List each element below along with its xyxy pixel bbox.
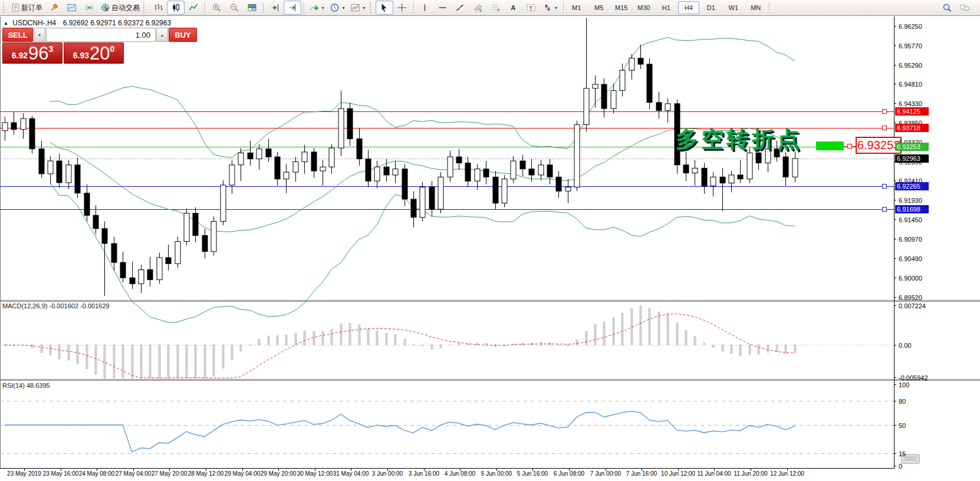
timeframe-button-h4[interactable]: H4 xyxy=(678,1,699,14)
templates-button[interactable]: ▼ xyxy=(348,1,369,15)
candle xyxy=(338,108,344,148)
auto-trading-button[interactable]: 自动交易 xyxy=(98,1,142,15)
expert-advisors-button[interactable] xyxy=(45,1,63,15)
chart-annotation-text[interactable]: 多空转折点 xyxy=(676,124,803,154)
macd-bar xyxy=(694,337,696,345)
candle xyxy=(248,153,253,159)
timeframe-button-h1[interactable]: H1 xyxy=(656,1,677,14)
toolbar-separator xyxy=(413,2,414,14)
signal-button[interactable] xyxy=(80,1,98,15)
buy-button[interactable]: BUY xyxy=(169,28,197,42)
candle xyxy=(520,161,525,169)
macd-bar xyxy=(540,342,542,345)
fibonacci-tool-button[interactable]: F xyxy=(487,1,505,15)
highlight-bar[interactable] xyxy=(816,141,844,150)
candle xyxy=(320,167,325,171)
chart-shift-button[interactable] xyxy=(284,1,301,15)
cursor-tool-button[interactable] xyxy=(376,1,393,15)
candle xyxy=(193,213,198,236)
sell-button[interactable]: SELL xyxy=(2,28,33,42)
candle xyxy=(720,177,725,183)
macd-bar xyxy=(367,329,369,345)
macd-bar xyxy=(295,333,297,345)
macd-bar xyxy=(322,331,324,345)
macd-bar xyxy=(603,322,605,345)
candle xyxy=(493,177,498,203)
zoom-in-button[interactable] xyxy=(208,1,225,15)
chart-canvas xyxy=(0,0,980,481)
candle xyxy=(366,159,371,182)
candle xyxy=(84,193,90,216)
toolbar-separator xyxy=(205,2,205,14)
timeframe-button-d1[interactable]: D1 xyxy=(701,1,722,14)
buy-price-sup: 0 xyxy=(110,44,114,54)
periods-button[interactable]: ▼ xyxy=(327,1,348,15)
volume-increase-button[interactable]: ▲ xyxy=(156,28,168,42)
timeframe-button-m5[interactable]: M5 xyxy=(588,1,610,14)
candlestick-mode-button[interactable] xyxy=(167,1,185,15)
timeframe-button-w1[interactable]: W1 xyxy=(723,1,744,14)
template-icon xyxy=(350,3,360,12)
indicators-button[interactable]: ▼ xyxy=(307,1,327,15)
search-button[interactable] xyxy=(938,1,956,15)
macd-bar xyxy=(222,345,224,368)
candle xyxy=(420,187,425,217)
macd-bar xyxy=(440,345,442,348)
candle xyxy=(57,161,62,183)
line-chart-mode-button[interactable] xyxy=(185,1,202,15)
macd-bar xyxy=(376,331,378,345)
candle xyxy=(11,123,17,130)
timeframe-button-m30[interactable]: M30 xyxy=(633,1,655,14)
timeframe-button-m1[interactable]: M1 xyxy=(566,1,587,14)
trendline-tool-button[interactable] xyxy=(452,1,469,15)
macd-bar xyxy=(77,345,78,364)
arrows-tool-button[interactable]: ▼ xyxy=(540,1,561,15)
candle xyxy=(647,64,652,103)
buy-price-display[interactable]: 6.93 20 0 xyxy=(64,42,124,64)
charts-window-button[interactable] xyxy=(63,1,80,15)
macd-bar xyxy=(177,345,179,378)
candle xyxy=(729,175,734,183)
cursor-icon xyxy=(379,3,389,12)
chart-shift-icon xyxy=(288,3,298,12)
macd-bar xyxy=(277,336,278,345)
volume-decrease-button[interactable]: ▼ xyxy=(34,28,45,42)
candle xyxy=(538,165,544,175)
bar-chart-mode-button[interactable] xyxy=(149,1,167,15)
candle xyxy=(211,222,216,252)
macd-bar xyxy=(86,345,88,369)
candle xyxy=(747,153,752,179)
macd-bar xyxy=(213,345,215,376)
text-tool-button[interactable]: A xyxy=(505,1,522,15)
macd-bar xyxy=(676,322,678,345)
auto-scroll-button[interactable] xyxy=(266,1,284,15)
candle xyxy=(629,58,634,71)
chevron-down-icon: ▼ xyxy=(321,6,325,10)
candle xyxy=(175,242,180,264)
community-chat-button[interactable] xyxy=(956,1,974,15)
tile-windows-button[interactable] xyxy=(243,1,261,15)
macd-bar xyxy=(703,343,705,345)
volume-input[interactable] xyxy=(46,28,156,42)
timeframe-button-m15[interactable]: M15 xyxy=(611,1,632,14)
toolbar-separator xyxy=(563,2,564,14)
candle xyxy=(792,159,798,177)
vertical-line-tool-button[interactable] xyxy=(416,1,434,15)
macd-bar xyxy=(722,345,724,351)
macd-bar xyxy=(95,345,97,374)
horizontal-line-tool-button[interactable] xyxy=(434,1,452,15)
zoom-out-button[interactable] xyxy=(225,1,243,15)
crosshair-tool-button[interactable] xyxy=(393,1,411,15)
macd-bar xyxy=(776,345,778,352)
bar-chart-icon xyxy=(153,3,163,12)
label-tool-button[interactable]: T xyxy=(522,1,540,15)
timeframe-button-mn[interactable]: MN xyxy=(745,1,767,14)
equidistant-channel-tool-button[interactable]: E xyxy=(469,1,487,15)
price-callout-box[interactable]: 6.93253 xyxy=(856,137,902,154)
macd-bar xyxy=(739,345,741,355)
sell-price-display[interactable]: 6.92 96 3 xyxy=(2,42,63,64)
candle xyxy=(229,165,235,185)
macd-bar xyxy=(240,345,242,351)
candle xyxy=(565,187,571,191)
new-order-button[interactable]: 新订单 xyxy=(9,1,45,15)
